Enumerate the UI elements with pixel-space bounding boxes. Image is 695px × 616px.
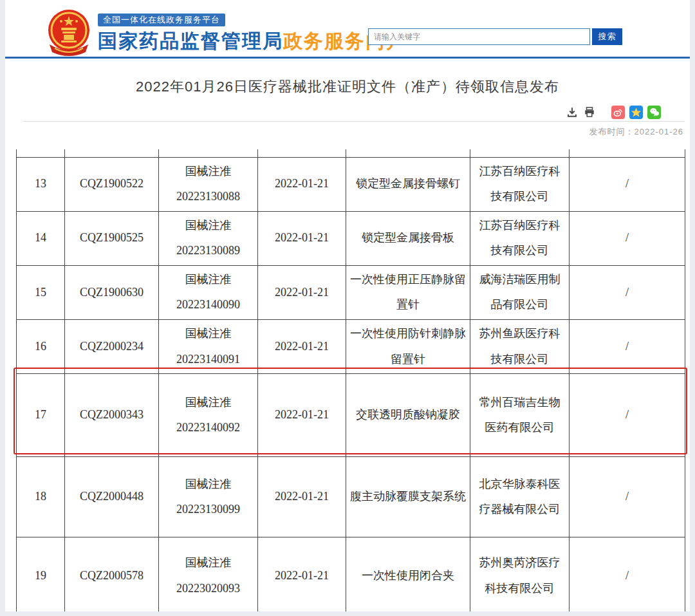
table-row: 18 CQZ2000448 国械注准 20223130099 2022-01-2… [17,457,685,537]
cell-seq: 18 [17,457,65,537]
cell-product: 锁定型金属接骨板 [346,211,470,265]
table-row: 15 CQZ1900630 国械注准 20223140090 2022-01-2… [17,265,685,319]
cell-reg-no: 国械注准 20223130089 [159,211,258,265]
table-row: 16 CQZ2000234 国械注准 20223140091 2022-01-2… [17,320,685,374]
cell-company: 常州百瑞吉生物医药有限公司 [470,374,570,457]
cell-company: 北京华脉泰科医疗器械有限公司 [470,457,570,537]
site-header: 全国一体化在线政务服务平台 国家药品监督管理局政务服务门户 搜索 [5,0,690,57]
table-row-highlighted: 17 CQZ2000343 国械注准 20223140092 2022-01-2… [17,374,685,457]
cell-accept-no: CQZ1900630 [65,265,159,319]
publish-date-label: 发布时间： [589,127,635,136]
cell-company: 威海洁瑞医用制品有限公司 [470,265,570,319]
cell-accept-no: CQZ2000578 [65,537,159,611]
cell-seq: 13 [17,157,65,211]
cell-product: 一次性使用正压静脉留置针 [346,265,470,319]
cell-date: 2022-01-21 [258,457,346,537]
cell-remark: / [570,157,685,211]
approval-table-wrap: 13 CQZ1900522 国械注准 20223130088 2022-01-2… [16,149,685,611]
cell-date: 2022-01-21 [258,537,346,611]
cell-product: 腹主动脉覆膜支架系统 [346,457,470,537]
cell-seq: 14 [17,211,65,265]
search-box: 搜索 [368,28,622,45]
cell-company: 苏州奥芮济医疗科技有限公司 [470,537,570,611]
cell-reg-no: 国械注准 20223130088 [159,157,258,211]
cell-seq: 17 [17,374,65,457]
print-icon[interactable] [583,106,596,118]
cell-reg-no: 国械注准 20223020093 [159,537,258,611]
cell-product: 锁定型金属接骨螺钉 [346,157,470,211]
cell-date: 2022-01-21 [258,374,346,457]
article-toolbar [5,105,690,119]
search-button[interactable]: 搜索 [592,28,622,45]
table-row: 13 CQZ1900522 国械注准 20223130088 2022-01-2… [17,157,685,211]
toolbar-underline [23,121,685,122]
cell-remark: / [570,320,685,374]
cell-reg-no: 国械注准 20223140092 [159,374,258,457]
cell-accept-no: CQZ1900522 [65,157,159,211]
platform-badge: 全国一体化在线政务服务平台 [98,14,225,26]
cell-remark: / [570,457,685,537]
cell-seq: 15 [17,265,65,319]
cell-accept-no: CQZ2000448 [65,457,159,537]
cell-reg-no: 国械注准 20223130099 [159,457,258,537]
national-emblem-icon [42,8,96,56]
header-divider-line [5,57,690,59]
cell-product: 一次性使用防针刺静脉留置针 [346,320,470,374]
national-emblem-logo[interactable] [42,8,96,56]
cell-accept-no: CQZ2000234 [65,320,159,374]
cell-date: 2022-01-21 [258,211,346,265]
cell-date: 2022-01-21 [258,265,346,319]
cell-date: 2022-01-21 [258,320,346,374]
wechat-share-icon[interactable] [647,106,661,119]
cell-company: 江苏百纳医疗科技有限公司 [470,157,570,211]
cell-product: 交联透明质酸钠凝胶 [346,374,470,457]
qzone-share-icon[interactable] [629,106,643,119]
cell-reg-no: 国械注准 20223140091 [159,320,258,374]
page-card: 全国一体化在线政务服务平台 国家药品监督管理局政务服务门户 搜索 2022年01… [5,0,690,611]
cell-company: 江苏百纳医疗科技有限公司 [470,211,570,265]
cell-remark: / [570,537,685,611]
table-row: 19 CQZ2000578 国械注准 20223020093 2022-01-2… [17,537,685,611]
cell-seq: 19 [17,537,65,611]
cell-remark: / [570,374,685,457]
cell-company: 苏州鱼跃医疗科技有限公司 [470,320,570,374]
publish-date-line: 发布时间：2022-01-26 [5,126,690,138]
page-title: 2022年01月26日医疗器械批准证明文件（准产）待领取信息发布 [5,77,690,97]
table-row: 14 CQZ1900525 国械注准 20223130089 2022-01-2… [17,211,685,265]
cell-product: 一次性使用闭合夹 [346,537,470,611]
site-name: 国家药品监督管理局 [98,30,283,51]
cell-seq: 16 [17,320,65,374]
cell-accept-no: CQZ2000343 [65,374,159,457]
weibo-share-icon[interactable] [611,106,625,119]
site-title: 国家药品监督管理局政务服务门户 [98,28,407,55]
download-icon[interactable] [566,106,579,118]
approval-table: 13 CQZ1900522 国械注准 20223130088 2022-01-2… [16,149,685,611]
clipped-row-top [17,149,685,157]
cell-remark: / [570,265,685,319]
publish-date-value: 2022-01-26 [635,127,684,136]
cell-date: 2022-01-21 [258,157,346,211]
cell-accept-no: CQZ1900525 [65,211,159,265]
cell-reg-no: 国械注准 20223140090 [159,265,258,319]
search-input[interactable] [368,28,590,45]
cell-remark: / [570,211,685,265]
